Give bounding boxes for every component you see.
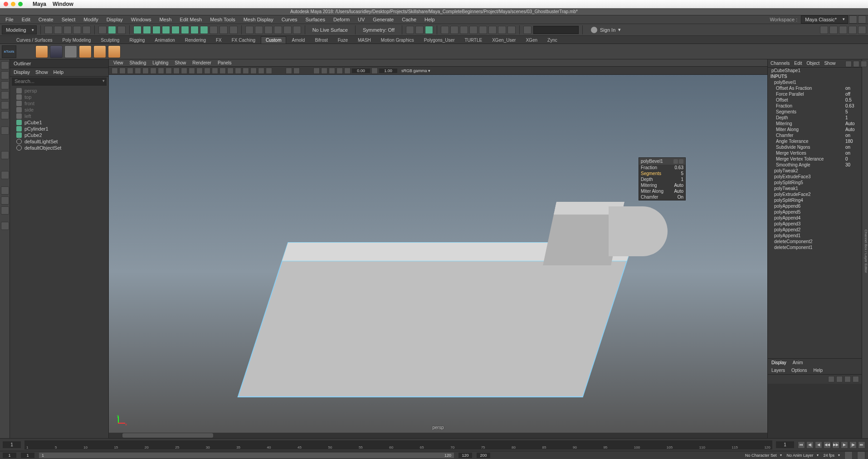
shelf-tab-arnold[interactable]: Arnold <box>287 37 309 44</box>
popup-attr-value[interactable]: Auto <box>674 183 683 188</box>
vp-menu-shading[interactable]: Shading <box>130 60 146 65</box>
range-start-a[interactable]: 1 <box>3 453 16 458</box>
shelf-tab-rendering[interactable]: Rendering <box>180 37 210 44</box>
viewport-hscroll[interactable] <box>109 433 767 438</box>
view-single-icon[interactable] <box>1 151 9 159</box>
toggle-tool-icon[interactable] <box>839 26 847 34</box>
vp-motion-blur-icon[interactable] <box>250 68 257 74</box>
vp-safe-title-icon[interactable] <box>196 68 203 74</box>
vp-safe-action-icon[interactable] <box>189 68 195 74</box>
vp-colorspace-dropdown[interactable]: sRGB gamma ▾ <box>399 68 433 73</box>
snap-live-icon[interactable] <box>293 26 301 34</box>
render-ipr-icon[interactable] <box>450 26 458 34</box>
menu-file[interactable]: File <box>2 16 17 23</box>
vp-camera-select-icon[interactable] <box>112 68 118 74</box>
panel-icon-1[interactable] <box>845 61 852 67</box>
lock-icon[interactable] <box>219 26 228 34</box>
vp-shadows-icon[interactable] <box>235 68 241 74</box>
cb-history-polyAppend6[interactable]: polyAppend6 <box>768 203 862 209</box>
range-start-b[interactable]: 1 <box>21 453 34 458</box>
sidebar-toggle-icon-2[interactable] <box>858 15 866 24</box>
shelf-tab-poly[interactable]: Poly Modeling <box>58 37 95 44</box>
cb-history-polyTweak1[interactable]: polyTweak1 <box>768 186 862 191</box>
cb-menu-object[interactable]: Object <box>807 61 820 66</box>
menu-curves[interactable]: Curves <box>278 16 301 23</box>
shelf-tab-mograph[interactable]: Motion Graphics <box>376 37 419 44</box>
menu-create[interactable]: Create <box>35 16 57 23</box>
shelf-custom-4-icon[interactable] <box>79 45 92 58</box>
traffic-lights[interactable] <box>4 2 23 6</box>
shape-node[interactable]: pCubeShape1 <box>768 68 862 73</box>
shelf-tab-custom[interactable]: Custom <box>261 36 286 44</box>
start-frame-field[interactable]: 1 <box>3 441 21 448</box>
range-end-a[interactable]: 120 <box>458 453 472 458</box>
cb-history-deleteComponent1[interactable]: deleteComponent1 <box>768 244 862 250</box>
shelf-custom-5-icon[interactable] <box>93 45 106 58</box>
render-settings-icon[interactable] <box>469 26 478 34</box>
popup-attr-value[interactable]: 0.63 <box>675 165 683 170</box>
layer-menu-options[interactable]: Options <box>791 368 807 373</box>
filter-1-icon[interactable] <box>133 26 141 34</box>
cb-attr-value[interactable]: 5 <box>845 109 858 114</box>
vp-aa-icon[interactable] <box>266 68 272 74</box>
vp-xray-joints-icon[interactable] <box>313 68 320 74</box>
mode-dropdown[interactable]: Modeling <box>2 25 37 34</box>
outliner-item-pCube2[interactable]: pCube2 <box>10 132 108 138</box>
popup-attr-value[interactable]: On <box>678 195 683 200</box>
prefs-icon[interactable] <box>857 451 865 459</box>
view-layout-3-icon[interactable] <box>1 206 9 215</box>
hypershade-icon[interactable] <box>479 26 487 34</box>
cb-history-polyAppend1[interactable]: polyAppend1 <box>768 233 862 239</box>
move-tool-icon[interactable] <box>1 91 9 99</box>
vp-xray-icon[interactable] <box>293 68 300 74</box>
view-outliner-icon[interactable] <box>1 222 9 230</box>
cb-attr-offset[interactable]: Offset0.5 <box>768 97 862 103</box>
vp-gate-mask-icon[interactable] <box>173 68 180 74</box>
menu-windows[interactable]: Windows <box>127 16 155 23</box>
shelf-custom-6-icon[interactable] <box>108 45 121 58</box>
popup-row-fraction[interactable]: Fraction0.63 <box>639 165 685 171</box>
outliner-item-persp[interactable]: persp <box>10 88 108 94</box>
outliner-item-defaultObjectSet[interactable]: defaultObjectSet <box>10 145 108 151</box>
menu-mesh-display[interactable]: Mesh Display <box>240 16 277 23</box>
cb-menu-show[interactable]: Show <box>824 61 835 66</box>
view-layout-2-icon[interactable] <box>1 196 9 205</box>
save-scene-icon[interactable] <box>63 26 72 34</box>
vp-image-plane-icon[interactable] <box>135 68 141 74</box>
cb-attr-offset-as-fraction[interactable]: Offset As Fractionon <box>768 85 862 91</box>
fps-dropdown[interactable]: 24 fps <box>823 453 840 458</box>
layer-menu-layers[interactable]: Layers <box>771 368 785 373</box>
panel-toggle-icon[interactable] <box>523 26 532 34</box>
cb-history-polyExtrudeFace2[interactable]: polyExtrudeFace2 <box>768 191 862 197</box>
no-live-surface-label[interactable]: No Live Surface <box>309 27 351 33</box>
popup-attr-value[interactable]: 5 <box>681 171 683 176</box>
filter-8-icon[interactable] <box>200 26 208 34</box>
cb-menu-edit[interactable]: Edit <box>794 61 802 66</box>
open-scene-icon[interactable] <box>54 26 62 34</box>
popup-attr-value[interactable]: Auto <box>674 189 683 194</box>
shelf-tab-fuze[interactable]: Fuze <box>333 37 352 44</box>
vp-gamma-field-icon[interactable] <box>371 68 378 74</box>
snap-point-icon[interactable] <box>264 26 273 34</box>
cb-attr-value[interactable]: Auto <box>845 121 858 126</box>
snap-projected-icon[interactable] <box>274 26 282 34</box>
cb-attr-merge-vertex-tolerance[interactable]: Merge Vertex Tolerance0 <box>768 156 862 162</box>
highlight-icon[interactable] <box>229 26 238 34</box>
view-four-icon[interactable] <box>1 171 9 179</box>
vp-isolate-icon[interactable] <box>286 68 292 74</box>
menu-generate[interactable]: Generate <box>369 16 397 23</box>
snap-plane-icon[interactable] <box>283 26 292 34</box>
undo-icon[interactable] <box>73 26 81 34</box>
cb-attr-value[interactable]: 0.63 <box>845 103 858 108</box>
shelf-tab-sculpt[interactable]: Sculpting <box>96 37 124 44</box>
cb-attr-value[interactable]: 30 <box>845 162 858 167</box>
cb-attr-depth[interactable]: Depth1 <box>768 115 862 121</box>
cb-history-polyExtrudeFace3[interactable]: polyExtrudeFace3 <box>768 174 862 180</box>
snap-grid-icon[interactable] <box>245 26 254 34</box>
outliner-menu-help[interactable]: Help <box>54 69 64 75</box>
vp-field-chart-icon[interactable] <box>181 68 187 74</box>
menu-deform[interactable]: Deform <box>330 16 353 23</box>
menu-surfaces[interactable]: Surfaces <box>302 16 329 23</box>
current-frame-field[interactable]: 1 <box>776 441 794 448</box>
step-back-key-icon[interactable]: ◀| <box>806 441 814 449</box>
